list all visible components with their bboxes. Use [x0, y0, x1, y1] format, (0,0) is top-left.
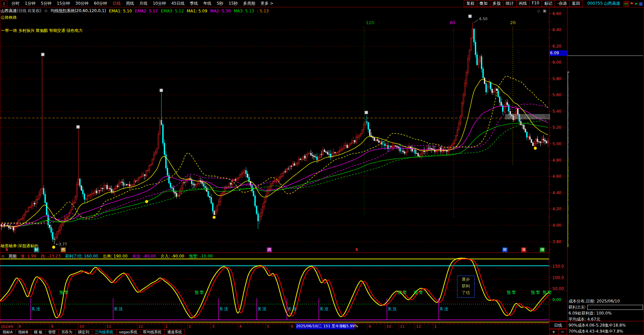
menu-item-45日线[interactable]: 45日线: [168, 1, 187, 6]
event-marker-增[interactable]: 增: [540, 247, 545, 252]
month-label: 12: [138, 324, 143, 329]
ma-value: : 5.13: [257, 9, 269, 13]
menu-item-1分钟[interactable]: 1分钟: [22, 1, 38, 6]
menu-item-更多 >[interactable]: 更多 >: [258, 1, 276, 6]
month-tick: [17, 323, 17, 329]
event-marker-榜[interactable]: 榜: [61, 247, 66, 252]
toolbar-button-返回[interactable]: 返回: [569, 0, 583, 7]
marker-caret: ˆ: [5, 244, 7, 248]
chart-title: 山西高速(日线 前复权): [1, 8, 41, 14]
menu-item-分时[interactable]: 分时: [9, 1, 22, 6]
grid-icon[interactable]: ▦: [639, 2, 643, 6]
window-split-icon[interactable]: ▯: [1, 1, 7, 6]
menu-item-10分钟[interactable]: 10分钟: [150, 1, 168, 6]
toolbar-button-F10[interactable]: F10: [529, 0, 542, 7]
flag-icon[interactable]: ⚑: [630, 2, 634, 6]
event-marker-解[interactable]: 解: [34, 247, 39, 252]
event-marker-跳[interactable]: 跳: [267, 247, 272, 252]
warning-label: 预警: [531, 290, 541, 295]
cost-date-line: 成本分布,日期: 2025/06/10: [568, 298, 643, 304]
date-axis[interactable]: 2025/06/10/二 151 至今涨幅5.99% 2024年89101112…: [0, 323, 549, 330]
event-marker-S[interactable]: S: [5, 247, 9, 252]
event-marker-财[interactable]: 财: [502, 247, 507, 252]
toolbar-button--自选[interactable]: -自选: [555, 0, 569, 7]
collapse-icon[interactable]: ⊙: [44, 9, 47, 13]
ma-value: MA1: 5.09: [187, 9, 207, 13]
tab-双均线系统[interactable]: 双均线系统: [140, 329, 164, 335]
month-tick: [164, 323, 164, 329]
indicator-values: 涨: 1.99跌: -13.23获利了结: 160.00出局: 190.00关注…: [20, 254, 212, 259]
price-axis-label: 4.40: [552, 190, 561, 195]
menu-item-多周期[interactable]: 多周期: [241, 1, 258, 6]
menu-item-30分钟[interactable]: 30分钟: [73, 1, 91, 6]
indicator-param: 跌: -13.23: [41, 254, 61, 259]
month-tick: [137, 323, 137, 329]
zoom-in-button[interactable]: +: [549, 329, 558, 335]
tab-模 板[interactable]: 模 板: [31, 329, 46, 335]
attention-label: 关注: [388, 306, 398, 312]
menu-item-5分钟[interactable]: 5分钟: [38, 1, 54, 6]
menu-item-周线[interactable]: 周线: [123, 1, 137, 6]
event-marker-S[interactable]: S: [355, 247, 359, 252]
attention-label: 关注: [439, 306, 449, 312]
toolbar-button-标记[interactable]: 标记: [542, 0, 555, 7]
cost-90-line: 90%成本4.06-5.28集中18.8%: [568, 322, 643, 328]
menu-item-15秒[interactable]: 15秒: [226, 1, 240, 6]
month-label: 11: [400, 324, 405, 329]
toolbar-button-画线[interactable]: 画线: [516, 0, 530, 7]
event-marker-涨[interactable]: 涨: [521, 247, 526, 252]
toolbar-button-多股[interactable]: 多股: [490, 0, 503, 7]
tab-绑定到[interactable]: 绑定到: [75, 329, 92, 335]
menu-item-5秒[interactable]: 5秒: [214, 1, 226, 6]
indicator-tabs: 指标A指标B模 板管理另存为绑定到三均线系统vegas系统双均线系统通道系统: [0, 329, 549, 335]
tab-管理[interactable]: 管理: [45, 329, 59, 335]
price-axis-label: 4.20: [552, 207, 561, 211]
chart-mini-controls[interactable]: ◇▣: [537, 9, 549, 13]
toolbar-button-统计[interactable]: 统计: [503, 0, 516, 7]
warning-label: 预警: [195, 290, 205, 295]
period-box[interactable]: 日线: [549, 321, 567, 329]
menu-item-15分钟[interactable]: 15分钟: [54, 1, 72, 6]
indicator-name[interactable]: 均线抵扣系统(20,60,120,0,1): [50, 8, 106, 14]
sector-label[interactable]: 公路铁路: [1, 15, 17, 20]
arrow-icon[interactable]: ➤: [635, 2, 638, 6]
attention-label: 关注: [257, 306, 267, 312]
indicator-param: 获利了结: 160.00: [65, 254, 98, 259]
month-tick: [415, 323, 415, 329]
attention-label: 关注: [288, 306, 298, 312]
tab-三均线系统[interactable]: 三均线系统: [92, 329, 116, 335]
take-profit-note: 逐步获利了结: [457, 276, 475, 298]
month-tick: [211, 323, 211, 329]
menu-item-月线[interactable]: 月线: [137, 1, 150, 6]
menu-item-季线[interactable]: 季线: [187, 1, 201, 6]
cost-distribution-panel: 成本分布,日期: 2025/06/10 获利比例: 70.1% 6.09处获利盘…: [568, 298, 643, 334]
price-annotation: ←3.77: [56, 242, 67, 246]
warning-label: 预警: [543, 290, 553, 295]
attention-label: 关注: [31, 306, 41, 312]
zoom-out-button[interactable]: −: [558, 329, 567, 335]
toolbar-button-叠加[interactable]: 叠加: [477, 0, 490, 7]
collapse-icon[interactable]: ⊙: [1, 254, 4, 259]
month-label: 4: [239, 324, 242, 329]
menu-item-60分钟[interactable]: 60分钟: [91, 1, 110, 6]
menu-item-年线[interactable]: 年线: [201, 1, 214, 6]
indicator-title[interactable]: 周期: [8, 254, 16, 259]
concept-tags[interactable]: 一带一路 乡村振兴 聚氨酯 智能交通 绿色电力: [1, 28, 83, 34]
month-tick: [238, 323, 238, 329]
tab-指标B[interactable]: 指标B: [15, 329, 32, 335]
month-label: 10: [80, 324, 84, 329]
menu-item-日线[interactable]: 日线: [110, 1, 123, 6]
tab-vegas系统[interactable]: vegas系统: [116, 329, 141, 335]
tab-另存为[interactable]: 另存为: [58, 329, 76, 335]
month-tick: [78, 323, 79, 329]
month-label: 10: [386, 324, 391, 329]
toolbar-button-复权[interactable]: 复权: [464, 0, 477, 7]
tab-通道系统[interactable]: 通道系统: [164, 329, 185, 335]
month-label: 2: [189, 324, 191, 329]
tab-指标A[interactable]: 指标A: [0, 329, 16, 335]
warning-label: 预警: [398, 290, 408, 295]
countdown-label-20: 20: [510, 20, 516, 25]
list-icon[interactable]: [624, 1, 629, 6]
period-menu: 分时1分钟5分钟15分钟30分钟60分钟日线周线月线10分钟45日线季线年线5秒…: [9, 1, 276, 6]
month-tick: [187, 323, 188, 329]
